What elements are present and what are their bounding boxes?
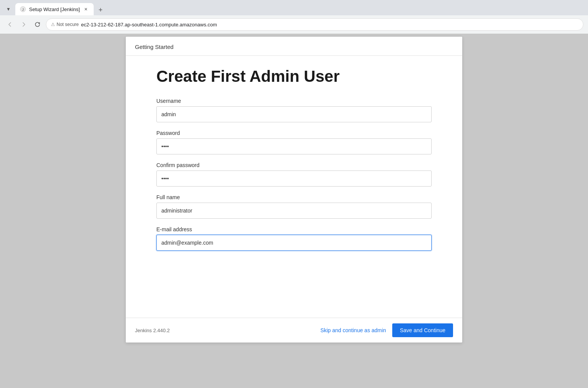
- confirm-password-group: Confirm password: [156, 162, 432, 187]
- svg-text:J: J: [22, 8, 24, 11]
- fullname-group: Full name: [156, 194, 432, 219]
- address-bar: ⚠ Not secure ec2-13-212-62-187.ap-southe…: [0, 15, 588, 34]
- username-group: Username: [156, 98, 432, 122]
- password-input[interactable]: [156, 138, 432, 154]
- wizard-footer: Jenkins 2.440.2 Skip and continue as adm…: [126, 318, 462, 343]
- tab-bar: ▼ J Setup Wizard [Jenkins] ✕ +: [0, 0, 588, 15]
- password-label: Password: [156, 130, 432, 136]
- tab-list-arrow[interactable]: ▼: [3, 4, 14, 15]
- wizard-body: Create First Admin User Username Passwor…: [126, 56, 462, 318]
- wizard-panel: Getting Started Create First Admin User …: [126, 37, 462, 343]
- confirm-password-label: Confirm password: [156, 162, 432, 168]
- browser-chrome: ▼ J Setup Wizard [Jenkins] ✕ +: [0, 0, 588, 34]
- username-input[interactable]: [156, 106, 432, 122]
- wizard-header: Getting Started: [126, 37, 462, 56]
- email-input[interactable]: [156, 235, 432, 251]
- password-group: Password: [156, 130, 432, 154]
- page-content: Getting Started Create First Admin User …: [0, 34, 588, 388]
- page-title: Create First Admin User: [156, 67, 432, 86]
- security-warning: ⚠ Not secure: [51, 22, 79, 27]
- email-label: E-mail address: [156, 226, 432, 232]
- url-bar[interactable]: ⚠ Not secure ec2-13-212-62-187.ap-southe…: [46, 18, 583, 31]
- forward-button[interactable]: [18, 19, 29, 30]
- warning-icon: ⚠: [51, 22, 55, 27]
- save-continue-button[interactable]: Save and Continue: [392, 323, 453, 337]
- fullname-label: Full name: [156, 194, 432, 200]
- tab-close-button[interactable]: ✕: [83, 6, 89, 12]
- active-tab[interactable]: J Setup Wizard [Jenkins] ✕: [15, 3, 94, 15]
- username-label: Username: [156, 98, 432, 104]
- tab-label: Setup Wizard [Jenkins]: [29, 6, 80, 12]
- fullname-input[interactable]: [156, 203, 432, 219]
- skip-link[interactable]: Skip and continue as admin: [320, 327, 386, 333]
- back-button[interactable]: [5, 19, 15, 30]
- security-label: Not secure: [57, 22, 79, 27]
- confirm-password-input[interactable]: [156, 170, 432, 187]
- reload-button[interactable]: [32, 19, 43, 30]
- wizard-header-title: Getting Started: [135, 44, 174, 50]
- footer-version: Jenkins 2.440.2: [135, 328, 170, 333]
- email-group: E-mail address: [156, 226, 432, 251]
- footer-actions: Skip and continue as admin Save and Cont…: [320, 323, 453, 337]
- url-text: ec2-13-212-62-187.ap-southeast-1.compute…: [81, 22, 217, 28]
- tab-favicon: J: [20, 6, 26, 12]
- new-tab-button[interactable]: +: [95, 5, 106, 15]
- tab-list: J Setup Wizard [Jenkins] ✕ +: [15, 3, 585, 15]
